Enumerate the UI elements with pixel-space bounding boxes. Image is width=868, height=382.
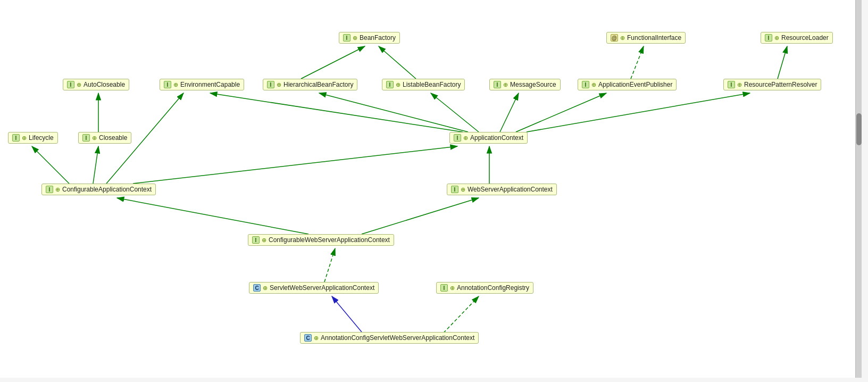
node-messagesource[interactable]: I⊕MessageSource: [489, 79, 561, 90]
node-label: AnnotationConfigRegistry: [457, 284, 529, 292]
node-icon: ⊕: [22, 135, 27, 142]
node-autocloseable[interactable]: I⊕AutoCloseable: [63, 79, 129, 90]
svg-line-4: [631, 46, 644, 79]
node-icon: ⊕: [92, 135, 97, 142]
node-environmentcapable[interactable]: I⊕EnvironmentCapable: [160, 79, 244, 90]
node-label: WebServerApplicationContext: [468, 186, 553, 193]
node-label: MessageSource: [510, 81, 556, 88]
node-label: Closeable: [99, 134, 127, 142]
node-icon: ⊕: [461, 186, 465, 193]
node-icon: ⊕: [396, 81, 400, 88]
node-lifecycle[interactable]: I⊕Lifecycle: [8, 132, 58, 144]
node-label: ServletWebServerApplicationContext: [270, 284, 374, 292]
node-icon: ⊕: [774, 35, 779, 41]
node-icon: ⊕: [173, 81, 178, 88]
node-icon: ⊕: [77, 81, 81, 88]
node-icon: ⊕: [591, 81, 596, 88]
node-resourcepatternresolver[interactable]: I⊕ResourcePatternResolver: [723, 79, 821, 90]
node-icon: ⊕: [620, 35, 625, 41]
node-servletwebserverapplicationcontext[interactable]: C⊕ServletWebServerApplicationContext: [249, 282, 379, 294]
class-diagram: I⊕BeanFactory@⊕FunctionalInterfaceI⊕Reso…: [0, 0, 862, 378]
node-label: AnnotationConfigServletWebServerApplicat…: [321, 334, 474, 342]
node-icon: ⊕: [737, 81, 742, 88]
type-badge: I: [440, 284, 448, 292]
node-label: FunctionalInterface: [627, 34, 681, 41]
type-badge: I: [82, 134, 90, 142]
node-icon: ⊕: [353, 35, 357, 41]
node-icon: ⊕: [463, 135, 468, 142]
node-icon: ⊕: [262, 237, 266, 244]
type-badge: I: [12, 134, 20, 142]
type-badge: I: [386, 81, 394, 88]
type-badge: I: [343, 34, 350, 41]
svg-line-18: [117, 198, 308, 234]
svg-line-9: [500, 93, 519, 132]
node-icon: ⊕: [314, 335, 319, 342]
svg-line-20: [324, 248, 335, 282]
node-icon: ⊕: [277, 81, 281, 88]
scrollbar-thumb[interactable]: [856, 113, 862, 145]
node-label: ResourcePatternResolver: [744, 81, 817, 88]
node-applicationeventpublisher[interactable]: I⊕ApplicationEventPublisher: [578, 79, 677, 90]
node-label: ApplicationContext: [470, 134, 523, 142]
svg-line-2: [301, 46, 365, 79]
node-applicationcontext[interactable]: I⊕ApplicationContext: [449, 132, 528, 144]
node-icon: ⊕: [503, 81, 508, 88]
node-webserverapplicationcontext[interactable]: I⊕WebServerApplicationContext: [447, 184, 557, 195]
svg-line-14: [93, 146, 98, 184]
svg-line-3: [379, 46, 416, 79]
node-closeable[interactable]: I⊕Closeable: [78, 132, 131, 144]
node-icon: ⊕: [55, 186, 60, 193]
svg-line-12: [210, 93, 463, 132]
node-annotationconfigregistry[interactable]: I⊕AnnotationConfigRegistry: [436, 282, 533, 294]
type-badge: I: [454, 134, 461, 142]
type-badge: I: [582, 81, 589, 88]
type-badge: I: [765, 34, 772, 41]
svg-line-11: [527, 93, 750, 132]
node-label: ConfigurableWebServerApplicationContext: [269, 236, 390, 244]
svg-line-21: [332, 296, 362, 332]
type-badge: I: [494, 81, 501, 88]
node-resourceloader[interactable]: I⊕ResourceLoader: [761, 32, 833, 44]
node-label: ConfigurableApplicationContext: [62, 186, 152, 193]
type-badge: C: [304, 334, 312, 342]
node-label: ApplicationEventPublisher: [598, 81, 672, 88]
svg-line-8: [431, 93, 479, 132]
type-badge: I: [252, 236, 260, 244]
type-badge: I: [46, 186, 53, 193]
node-label: AutoCloseable: [84, 81, 125, 88]
node-label: BeanFactory: [360, 34, 396, 41]
node-listablebeanfactory[interactable]: I⊕ListableBeanFactory: [382, 79, 465, 90]
svg-line-7: [319, 93, 468, 132]
node-configurableapplicationcontext[interactable]: I⊕ConfigurableApplicationContext: [41, 184, 156, 195]
type-badge: I: [67, 81, 74, 88]
scrollbar[interactable]: [855, 0, 862, 378]
type-badge: @: [611, 34, 618, 41]
node-label: ListableBeanFactory: [403, 81, 461, 88]
type-badge: I: [451, 186, 458, 193]
node-label: Lifecycle: [29, 134, 54, 142]
node-configurablewebserverapplicationcontext[interactable]: I⊕ConfigurableWebServerApplicationContex…: [248, 234, 394, 246]
node-functionalinterface[interactable]: @⊕FunctionalInterface: [606, 32, 686, 44]
svg-line-10: [516, 93, 606, 132]
svg-line-19: [362, 198, 479, 234]
node-beanfactory[interactable]: I⊕BeanFactory: [339, 32, 400, 44]
node-label: ResourceLoader: [781, 34, 829, 41]
node-label: HierarchicalBeanFactory: [283, 81, 353, 88]
type-badge: I: [728, 81, 735, 88]
node-icon: ⊕: [263, 285, 268, 292]
node-icon: ⊕: [450, 285, 455, 292]
type-badge: I: [267, 81, 274, 88]
type-badge: C: [253, 284, 261, 292]
svg-line-15: [133, 146, 457, 184]
type-badge: I: [164, 81, 171, 88]
svg-line-13: [32, 146, 69, 184]
node-hierarchicalbeanfactory[interactable]: I⊕HierarchicalBeanFactory: [263, 79, 357, 90]
node-label: EnvironmentCapable: [180, 81, 240, 88]
node-annotationconfigservletwebserverapplicationcontext[interactable]: C⊕AnnotationConfigServletWebServerApplic…: [300, 332, 479, 344]
svg-line-5: [778, 46, 787, 79]
